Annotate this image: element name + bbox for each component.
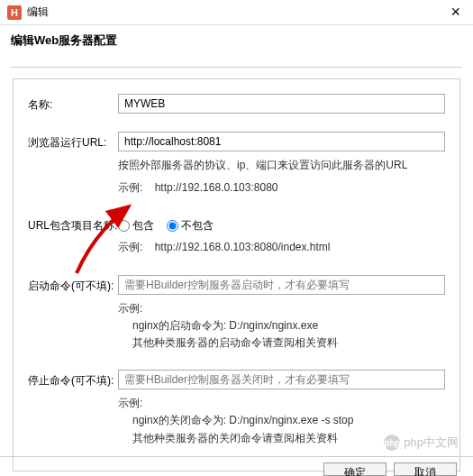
url-hint2-value: http://192.168.0.103:8080 <box>155 181 278 194</box>
start-hint-line2: 其他种类服务器的启动命令请查阅相关资料 <box>118 334 445 352</box>
include-hint: 示例: http://192.168.0.103:8080/index.html <box>118 239 445 256</box>
name-input[interactable] <box>118 94 445 114</box>
include-hint-label: 示例: <box>118 241 142 253</box>
divider <box>11 67 462 68</box>
start-label: 启动命令(可不填): <box>28 275 118 294</box>
cancel-button[interactable]: 取消 <box>394 462 457 476</box>
url-hint2-label: 示例: <box>118 181 142 194</box>
dialog-subtitle: 编辑Web服务器配置 <box>0 25 473 49</box>
watermark-text: php中文网 <box>404 435 459 451</box>
start-hint-label: 示例: <box>118 300 445 317</box>
include-radio-group: 包含 不包含 <box>118 215 445 233</box>
start-hint-line1: nginx的启动命令为: D:/nginx/nginx.exe <box>118 317 445 334</box>
url-input[interactable] <box>118 132 445 151</box>
url-hint-1: 按照外部服务器的协议、ip、端口来设置访问此服务器的URL <box>118 157 445 174</box>
name-label: 名称: <box>28 94 118 113</box>
include-radio-no[interactable]: 不包含 <box>167 218 214 233</box>
include-opt1-label: 包含 <box>132 218 154 233</box>
stop-input[interactable] <box>118 370 445 389</box>
stop-hint-label: 示例: <box>118 395 445 412</box>
include-radio-no-input[interactable] <box>167 220 178 232</box>
include-radio-yes-input[interactable] <box>118 220 130 232</box>
form-panel: 名称: 浏览器运行URL: 按照外部服务器的协议、ip、端口来设置访问此服务器的… <box>13 78 460 471</box>
watermark: php php中文网 <box>384 435 459 451</box>
include-hint-value: http://192.168.0.103:8080/index.html <box>155 241 331 253</box>
include-label: URL包含项目名称: <box>28 215 118 233</box>
app-icon: H <box>7 5 22 20</box>
include-opt2-label: 不包含 <box>181 218 214 233</box>
include-radio-yes[interactable]: 包含 <box>118 218 154 233</box>
close-icon[interactable]: × <box>445 3 466 22</box>
url-hint-2: 示例: http://192.168.0.103:8080 <box>118 179 445 197</box>
stop-hint-line1: nginx的关闭命令为: D:/nginx/nginx.exe -s stop <box>118 412 445 429</box>
watermark-icon: php <box>384 435 400 451</box>
start-input[interactable] <box>118 275 445 295</box>
stop-label: 停止命令(可不填): <box>28 370 118 389</box>
ok-button[interactable]: 确定 <box>323 462 387 476</box>
start-hint: 示例: nginx的启动命令为: D:/nginx/nginx.exe 其他种类… <box>118 300 445 352</box>
titlebar: H 编辑 × <box>0 0 473 25</box>
window-title: 编辑 <box>27 5 445 20</box>
button-bar: 确定 取消 <box>0 456 473 476</box>
url-label: 浏览器运行URL: <box>28 132 118 151</box>
